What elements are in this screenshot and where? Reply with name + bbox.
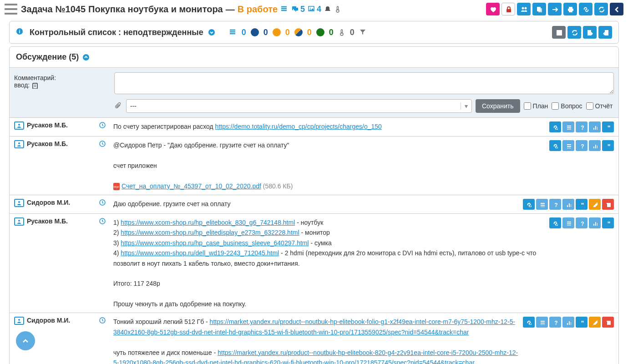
comment-chart-button[interactable] [589, 217, 601, 228]
back-button[interactable] [610, 3, 623, 15]
comment-chart-button[interactable] [562, 317, 574, 328]
comment-author: Русаков М.Б. [14, 217, 96, 309]
comment-input[interactable] [114, 72, 614, 94]
svg-point-27 [18, 142, 20, 144]
user-icon [14, 317, 24, 325]
comment-chart-button[interactable] [589, 140, 601, 151]
comment-link-button[interactable] [549, 217, 561, 228]
svg-point-25 [83, 54, 89, 61]
import-button[interactable] [598, 26, 612, 39]
comment-link-button[interactable] [523, 317, 535, 328]
comment-body: По счету зарегистрирован расход https://… [113, 121, 547, 132]
save-button[interactable]: Сохранить [476, 99, 520, 113]
report-checkbox[interactable]: Отчёт [586, 102, 613, 110]
comment-row: Русаков М.Б.1) https://www.xcom-shop.ru/… [10, 214, 618, 313]
filter-icon[interactable] [359, 28, 367, 36]
link-button[interactable] [579, 3, 593, 15]
forward-button[interactable] [548, 3, 562, 15]
comment-edit-button[interactable] [589, 199, 601, 210]
comment-quote-button[interactable] [602, 217, 614, 228]
comment-list-button[interactable] [562, 217, 574, 228]
file-icon[interactable] [31, 82, 38, 89]
comment-question-button[interactable] [549, 199, 561, 210]
images-icon[interactable]: 4 [308, 5, 321, 14]
comment-question-button[interactable] [576, 121, 587, 132]
comment-list-button[interactable] [536, 317, 548, 328]
comments-icon[interactable]: 5 [291, 5, 305, 14]
comment-delete-button[interactable] [602, 317, 614, 328]
chevron-down-icon[interactable] [208, 29, 215, 36]
user-icon [14, 121, 24, 130]
user-icon [14, 140, 24, 148]
svg-point-30 [18, 319, 20, 321]
comment-link-button[interactable] [549, 140, 561, 151]
comment-body: @Сидоров Петр - "Даю одобрение. грузите … [113, 140, 547, 191]
attachment-select[interactable]: ---▾ [126, 99, 472, 113]
comment-list-button[interactable] [536, 199, 548, 210]
refresh-button[interactable] [594, 3, 608, 15]
checklist-title: Контрольный список : неподтвержденные [30, 28, 203, 37]
comment-quote-button[interactable] [576, 199, 587, 210]
comment-actions [549, 140, 614, 191]
comment-quote-button[interactable] [576, 317, 587, 328]
comment-row: Сидоров М.И.Даю одобрение. грузите счет … [10, 195, 618, 214]
task-status: В работе [238, 4, 278, 15]
comment-link-button[interactable] [523, 199, 535, 210]
clock-icon[interactable] [99, 217, 111, 309]
lines-icon[interactable] [280, 5, 289, 13]
comment-question-button[interactable] [576, 217, 587, 228]
print-button[interactable] [563, 3, 577, 15]
user-icon [14, 199, 24, 207]
discussion-title: Обсуждение (5) [10, 47, 618, 68]
status-counts: 0 0 0 0 0 0 [229, 28, 367, 37]
comment-row: Русаков М.Б.По счету зарегистрирован рас… [10, 118, 618, 136]
comment-list-button[interactable] [562, 121, 574, 132]
info-icon[interactable] [16, 28, 25, 37]
comment-delete-button[interactable] [602, 199, 614, 210]
clock-icon[interactable] [99, 121, 111, 132]
bell-icon[interactable] [324, 5, 331, 13]
comment-question-button[interactable] [576, 140, 587, 151]
question-checkbox[interactable]: Вопрос [552, 102, 582, 110]
lock-button[interactable] [501, 3, 515, 15]
chevron-up-icon[interactable] [82, 54, 90, 61]
svg-point-24 [208, 29, 215, 35]
svg-point-28 [18, 201, 20, 203]
clock-icon[interactable] [99, 317, 111, 364]
svg-point-29 [18, 220, 20, 222]
refresh-checklist-button[interactable] [567, 26, 581, 39]
comment-edit-button[interactable] [589, 317, 601, 328]
comment-chart-button[interactable] [589, 121, 601, 132]
comment-link-button[interactable] [549, 121, 561, 132]
comment-author: Сидоров М.И. [14, 199, 96, 210]
clock-icon[interactable] [99, 199, 111, 210]
comment-actions [549, 121, 614, 132]
comment-actions [549, 217, 614, 309]
comment-chart-button[interactable] [562, 199, 574, 210]
clock-icon[interactable] [99, 140, 111, 191]
comment-author: Русаков М.Б. [14, 140, 96, 191]
comment-body: Тонкий хороший легкий 512 Гб - https://m… [113, 317, 520, 364]
plan-checkbox[interactable]: План [524, 102, 548, 110]
export-button[interactable] [583, 26, 597, 39]
favorite-button[interactable] [486, 3, 500, 15]
comment-quote-button[interactable] [602, 140, 614, 151]
comment-row: Сидоров М.И.Тонкий хороший легкий 512 Гб… [10, 313, 618, 364]
new-comment-form: Комментарий: ввод: ---▾ Сохранить План В… [10, 68, 618, 118]
header-actions [486, 3, 623, 15]
comment-actions [523, 317, 614, 364]
svg-point-26 [18, 124, 20, 126]
thermometer-icon[interactable] [334, 5, 341, 13]
comment-list-button[interactable] [562, 140, 574, 151]
comment-quote-button[interactable] [602, 121, 614, 132]
scroll-top-button[interactable] [16, 331, 35, 350]
user-icon [14, 217, 24, 226]
comment-actions [523, 199, 614, 210]
comment-question-button[interactable] [549, 317, 561, 328]
comment-author: Русаков М.Б. [14, 121, 96, 132]
menu-toggle[interactable] [5, 4, 17, 15]
attach-icon[interactable] [114, 102, 122, 110]
save-checklist-button[interactable] [552, 26, 566, 39]
users-button[interactable] [517, 3, 531, 15]
copy-button[interactable] [532, 3, 546, 15]
